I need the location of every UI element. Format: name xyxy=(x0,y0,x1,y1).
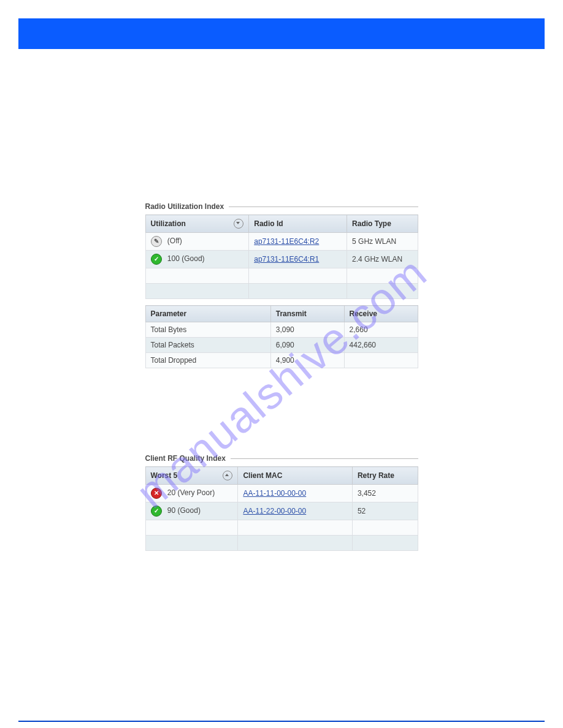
sort-desc-icon[interactable] xyxy=(234,219,243,229)
header-bar xyxy=(18,18,545,49)
col-client-mac[interactable]: Client MAC xyxy=(238,467,352,485)
table-header-row: Parameter Transmit Receive xyxy=(145,306,418,322)
col-utilization[interactable]: Utilization xyxy=(145,215,249,233)
quality-value: 20 (Very Poor) xyxy=(167,488,215,497)
utilization-value: 100 (Good) xyxy=(167,254,205,263)
table-row xyxy=(145,520,418,536)
client-rf-title-row: Client RF Quality Index xyxy=(145,454,418,463)
radio-id-link[interactable]: ap7131-11E6C4:R2 xyxy=(254,237,319,246)
client-mac-link[interactable]: AA-11-22-00-00-00 xyxy=(243,507,306,515)
client-rf-title: Client RF Quality Index xyxy=(145,454,226,463)
table-row: Total Packets 6,090 442,660 xyxy=(145,338,418,353)
parameter-label: Total Packets xyxy=(145,338,270,353)
table-row xyxy=(145,284,418,299)
status-off-icon: ✎ xyxy=(151,236,162,247)
status-good-icon: ✓ xyxy=(151,506,162,517)
retry-value: 52 xyxy=(352,502,418,520)
table-row: Total Dropped 4,900 xyxy=(145,353,418,368)
receive-value xyxy=(344,353,418,368)
table-row: ✓ 90 (Good) AA-11-22-00-00-00 52 xyxy=(145,502,418,520)
col-retry-rate[interactable]: Retry Rate xyxy=(352,467,418,485)
col-worst5-label: Worst 5 xyxy=(151,471,178,480)
radio-type-value: 5 GHz WLAN xyxy=(347,233,418,251)
col-radio-type-label: Radio Type xyxy=(352,219,391,228)
transmit-value: 4,900 xyxy=(270,353,344,368)
col-radio-id-label: Radio Id xyxy=(254,219,283,228)
col-worst5[interactable]: Worst 5 xyxy=(145,467,238,485)
table-row: ✎ (Off) ap7131-11E6C4:R2 5 GHz WLAN xyxy=(145,233,418,251)
radio-util-table: Utilization Radio Id Radio Type xyxy=(145,214,418,299)
table-row xyxy=(145,536,418,551)
col-utilization-label: Utilization xyxy=(151,219,186,228)
retry-value: 3,452 xyxy=(352,485,418,502)
table-row: Total Bytes 3,090 2,660 xyxy=(145,322,418,338)
parameter-label: Total Bytes xyxy=(145,322,270,338)
status-good-icon: ✓ xyxy=(151,254,162,265)
status-bad-icon: ✕ xyxy=(151,488,162,499)
col-parameter[interactable]: Parameter xyxy=(145,306,270,322)
radio-util-title-row: Radio Utilization Index xyxy=(145,202,418,211)
table-row: ✕ 20 (Very Poor) AA-11-11-00-00-00 3,452 xyxy=(145,485,418,502)
client-mac-link[interactable]: AA-11-11-00-00-00 xyxy=(243,489,306,498)
client-rf-table: Worst 5 Client MAC Retry Rate xyxy=(145,466,418,551)
quality-value: 90 (Good) xyxy=(167,506,201,515)
table-header-row: Utilization Radio Id Radio Type xyxy=(145,215,418,233)
col-receive[interactable]: Receive xyxy=(344,306,418,322)
table-header-row: Worst 5 Client MAC Retry Rate xyxy=(145,467,418,485)
divider xyxy=(231,458,418,459)
footer-divider xyxy=(18,721,545,722)
col-radio-id[interactable]: Radio Id xyxy=(249,215,347,233)
col-radio-type[interactable]: Radio Type xyxy=(347,215,418,233)
utilization-value: (Off) xyxy=(167,237,182,245)
client-rf-section: Client RF Quality Index Worst 5 Client M xyxy=(145,454,418,551)
col-client-mac-label: Client MAC xyxy=(243,471,282,480)
radio-id-link[interactable]: ap7131-11E6C4:R1 xyxy=(254,255,319,264)
parameter-label: Total Dropped xyxy=(145,353,270,368)
table-row xyxy=(145,268,418,284)
transmit-value: 3,090 xyxy=(270,322,344,338)
radio-utilization-section: Radio Utilization Index Utilization Radi xyxy=(145,202,418,368)
receive-value: 442,660 xyxy=(344,338,418,353)
radio-util-title: Radio Utilization Index xyxy=(145,202,224,211)
col-transmit[interactable]: Transmit xyxy=(270,306,344,322)
sort-asc-icon[interactable] xyxy=(223,471,232,480)
table-row: ✓ 100 (Good) ap7131-11E6C4:R1 2.4 GHz WL… xyxy=(145,251,418,268)
radio-type-value: 2.4 GHz WLAN xyxy=(347,251,418,268)
receive-value: 2,660 xyxy=(344,322,418,338)
parameter-table: Parameter Transmit Receive Total Bytes 3… xyxy=(145,305,418,368)
divider xyxy=(229,207,418,207)
transmit-value: 6,090 xyxy=(270,338,344,353)
col-retry-rate-label: Retry Rate xyxy=(358,471,394,480)
